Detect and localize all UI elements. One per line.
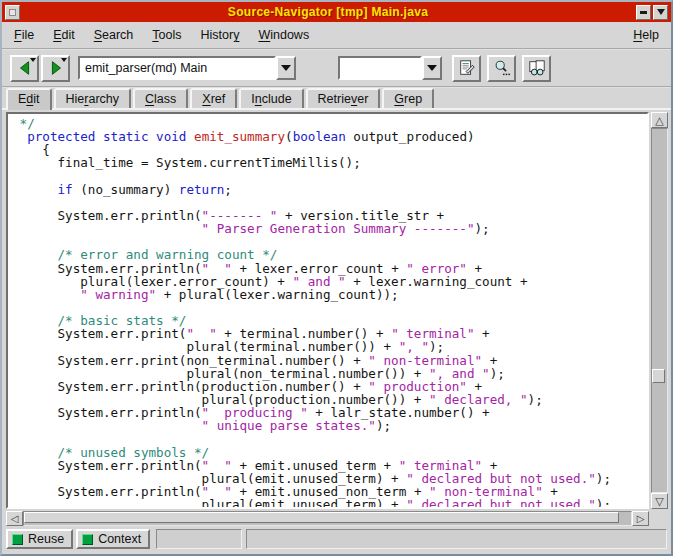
window-title: Source-Navigator [tmp] Main.java	[20, 5, 636, 19]
status-panel-message	[246, 529, 667, 549]
scroll-down-icon: ▽	[655, 496, 663, 507]
vertical-scroll-trough[interactable]	[651, 128, 668, 493]
scroll-up-button[interactable]: △	[651, 112, 668, 128]
code-line: protected static void emit_summary(boole…	[12, 130, 647, 143]
reuse-toggle-label: Reuse	[28, 532, 64, 546]
titlebar: Source-Navigator [tmp] Main.java	[2, 2, 671, 22]
status-toggles: ReuseContext	[6, 529, 153, 549]
tab-grep[interactable]: Grep	[382, 88, 434, 108]
grep-button[interactable]	[522, 55, 551, 82]
search-button[interactable]	[487, 55, 516, 82]
grep-icon	[528, 59, 546, 77]
scroll-left-icon: ◁	[11, 514, 19, 524]
tab-xref[interactable]: Xref	[190, 88, 237, 108]
horizontal-scrollbar[interactable]: ◁ ▷	[6, 511, 668, 526]
symbol-combobox-value: emit_parser(md) Main	[85, 61, 207, 75]
symbol-combobox-dropdown-button[interactable]	[276, 56, 296, 80]
forward-button[interactable]	[41, 55, 70, 82]
back-arrow-icon	[16, 59, 34, 77]
menu-item-windows[interactable]: Windows	[258, 28, 309, 42]
editor-icon	[458, 59, 476, 77]
tab-bar: EditHierarchyClassXrefIncludeRetrieverGr…	[2, 88, 671, 110]
back-button[interactable]	[10, 55, 39, 82]
tab-retriever[interactable]: Retriever	[306, 88, 381, 108]
search-combobox-dropdown-button[interactable]	[422, 56, 442, 80]
minimize-button[interactable]	[636, 5, 651, 20]
menu-item-file[interactable]: File	[14, 28, 34, 42]
tab-hierarchy[interactable]: Hierarchy	[54, 88, 132, 108]
menubar: FileEditSearchToolsHistoryWindows Help	[2, 22, 671, 48]
menu-items: FileEditSearchToolsHistoryWindows	[14, 28, 633, 42]
scroll-up-icon: △	[655, 115, 663, 126]
vertical-scrollbar[interactable]: △ ▽	[651, 112, 668, 509]
code-lines: */ protected static void emit_summary(bo…	[12, 117, 647, 509]
forward-history-dropdown-icon[interactable]	[61, 58, 67, 62]
code-line: if (no_summary) return;	[12, 183, 647, 196]
scrollbar-corner	[649, 511, 668, 526]
source-navigator-window: Source-Navigator [tmp] Main.java FileEdi…	[0, 0, 673, 556]
code-line: final_time = System.currentTimeMillis();	[12, 156, 647, 169]
tab-include[interactable]: Include	[239, 88, 303, 108]
menu-item-history[interactable]: History	[201, 28, 240, 42]
window-bottom-frame	[2, 552, 671, 556]
menu-item-edit[interactable]: Edit	[53, 28, 75, 42]
menu-item-help[interactable]: Help	[633, 28, 659, 42]
tab-edit[interactable]: Edit	[6, 88, 52, 110]
scroll-right-icon: ▷	[637, 514, 645, 524]
tab-class[interactable]: Class	[133, 88, 188, 108]
scroll-down-button[interactable]: ▽	[651, 493, 668, 509]
scroll-right-button[interactable]: ▷	[632, 511, 649, 526]
code-line: " warning" + plural(lexer.warning_count)…	[12, 288, 647, 301]
context-indicator-icon	[82, 534, 93, 545]
code-editor[interactable]: */ protected static void emit_summary(bo…	[6, 112, 649, 509]
context-toggle-button[interactable]: Context	[76, 529, 150, 549]
code-line: " Parser Generation Summary -------");	[12, 222, 647, 235]
back-history-dropdown-icon[interactable]	[30, 58, 36, 62]
reuse-toggle-button[interactable]: Reuse	[6, 529, 73, 549]
search-combobox-input[interactable]	[338, 56, 422, 80]
maximize-button[interactable]	[653, 5, 668, 20]
menu-help: Help	[633, 28, 659, 42]
chevron-down-icon	[427, 65, 437, 71]
horizontal-scroll-trough[interactable]	[23, 511, 632, 526]
code-line: " unique parse states.");	[12, 419, 647, 432]
context-toggle-label: Context	[98, 532, 141, 546]
minimize-icon	[640, 11, 647, 14]
chevron-down-icon	[281, 65, 291, 71]
scroll-left-button[interactable]: ◁	[6, 511, 23, 526]
reuse-indicator-icon	[12, 534, 23, 545]
statusbar: ReuseContext	[2, 526, 671, 552]
vertical-scroll-thumb[interactable]	[652, 369, 665, 383]
window-controls	[636, 5, 668, 20]
menu-item-tools[interactable]: Tools	[152, 28, 181, 42]
editor-button[interactable]	[452, 55, 481, 82]
window-menu-icon	[9, 9, 16, 16]
symbol-combobox-input[interactable]: emit_parser(md) Main	[78, 56, 276, 80]
toolbar: emit_parser(md) Main	[2, 50, 671, 86]
status-panel-left	[156, 529, 242, 549]
window-menu-button[interactable]	[5, 5, 20, 20]
maximize-icon	[657, 9, 665, 15]
editor-area: */ protected static void emit_summary(bo…	[2, 110, 671, 509]
search-icon	[493, 59, 511, 77]
menu-item-search[interactable]: Search	[94, 28, 134, 42]
forward-arrow-icon	[47, 59, 65, 77]
code-line: plural(emit.unused_term) + " declared bu…	[12, 498, 647, 509]
horizontal-scroll-thumb[interactable]	[24, 512, 619, 523]
